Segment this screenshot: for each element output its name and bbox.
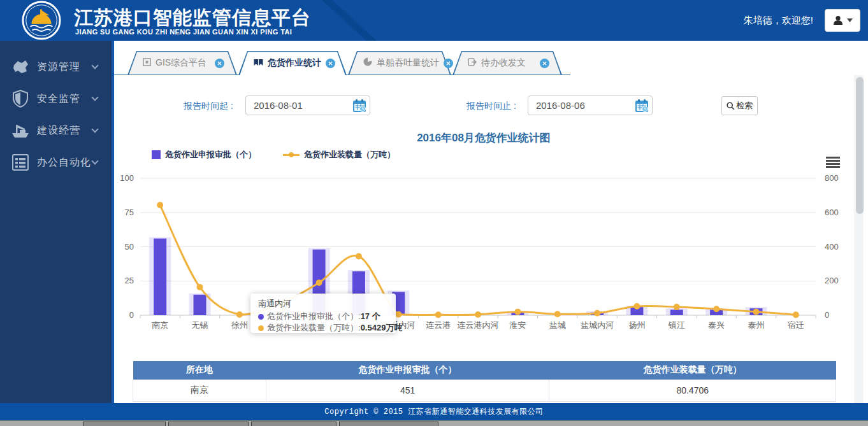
chart-tooltip: 南通内河 危货作业申报审批（个）: 17 个 危货作业装载量（万吨）: 0.54…	[250, 294, 396, 333]
report-end-datebox	[528, 96, 653, 115]
search-button-label: 检索	[736, 100, 753, 111]
line-point[interactable]	[475, 311, 481, 318]
line-point[interactable]	[356, 253, 362, 260]
line-point[interactable]	[514, 309, 521, 315]
search-button[interactable]: 检索	[721, 96, 758, 115]
list-icon	[10, 153, 31, 172]
scrollbar-thumb[interactable]	[856, 77, 864, 214]
chart-canvas[interactable]: 02550751000200400600800南京无锡徐州常州苏州南通南通内河连…	[114, 153, 853, 337]
close-icon[interactable]	[444, 59, 453, 68]
table-header-row: 所在地 危货作业申报审批（个） 危货作业装载量（万吨）	[133, 361, 836, 380]
close-icon[interactable]	[326, 59, 335, 68]
calendar-icon[interactable]	[635, 99, 649, 113]
x-axis-label: 盐城	[549, 320, 566, 330]
left-axis-tick-label: 25	[125, 276, 134, 285]
line-point[interactable]	[753, 309, 759, 315]
tab-gis-platform[interactable]: GIS综合平台	[127, 51, 237, 75]
sidebar-item-label: 安全监管	[37, 92, 92, 106]
report-start-datebox	[245, 96, 370, 115]
tab-dangerous-goods-stats[interactable]: 危货作业统计	[238, 51, 347, 75]
line-point[interactable]	[633, 303, 640, 309]
gis-icon	[143, 57, 151, 69]
header-diagonal-decoration	[322, 0, 378, 41]
report-end-input[interactable]	[528, 100, 635, 111]
taskbar-button	[251, 422, 336, 426]
chevron-down-icon	[91, 125, 98, 132]
bar[interactable]	[670, 309, 683, 315]
tooltip-label: 危货作业装载量（万吨）	[267, 322, 358, 334]
close-icon[interactable]	[540, 59, 549, 68]
x-axis-label: 徐州	[231, 320, 248, 330]
report-start-input[interactable]	[246, 100, 352, 111]
tooltip-label: 危货作业申报审批（个）	[267, 311, 358, 322]
col-header-tonnage: 危货作业装载量（万吨）	[549, 361, 836, 380]
line-point[interactable]	[554, 311, 561, 317]
chevron-down-icon	[91, 157, 98, 164]
x-axis-label: 连云港内河	[458, 320, 499, 330]
line-point[interactable]	[197, 284, 203, 290]
line-point[interactable]	[395, 311, 401, 318]
sidebar-item-label: 资源管理	[37, 60, 92, 74]
tooltip-value: 17 个	[361, 311, 380, 322]
page-title: 江苏港口智能监管信息平台	[74, 5, 311, 31]
right-axis-tick-label: 400	[825, 242, 839, 252]
cell-approvals: 451	[266, 380, 549, 401]
x-axis-label: 无锡	[192, 320, 208, 330]
bar[interactable]	[194, 295, 206, 315]
tooltip-row: 危货作业申报审批（个）: 17 个	[258, 311, 388, 322]
chevron-down-icon	[91, 62, 98, 69]
close-icon[interactable]	[215, 59, 224, 68]
x-axis-label: 南京	[152, 320, 168, 330]
bar[interactable]	[154, 239, 166, 315]
line-point[interactable]	[316, 280, 322, 286]
x-axis-label: 镇江	[668, 320, 685, 330]
user-menu-button[interactable]	[825, 9, 860, 32]
x-axis-label: 淮安	[509, 320, 526, 330]
app-logo	[22, 1, 61, 40]
sidebar-item-office-automation[interactable]: 办公自动化	[0, 150, 112, 175]
tab-ship-throughput-stats[interactable]: 单船吞吐量统计	[348, 51, 451, 75]
pie-icon	[363, 57, 372, 69]
table-row: 南京 451 80.4706	[133, 380, 836, 401]
line-point[interactable]	[236, 311, 243, 318]
chevron-down-icon	[91, 94, 98, 101]
cell-tonnage: 80.4706	[549, 380, 836, 401]
tooltip-title: 南通内河	[258, 298, 388, 309]
line-series-dot	[258, 325, 264, 331]
app-header: 江苏港口智能监管信息平台 JIANG SU GANG KOU ZHI NENG …	[0, 0, 868, 41]
sidebar-item-safety-supervision[interactable]: 安全监管	[0, 86, 112, 111]
line-point[interactable]	[594, 310, 600, 316]
report-end-label: 报告时间止 :	[467, 101, 516, 112]
line-point[interactable]	[674, 304, 680, 310]
line-point[interactable]	[793, 311, 799, 318]
scrollbar-track[interactable]	[855, 75, 864, 403]
sidebar-item-resource-management[interactable]: 资源管理	[0, 54, 112, 80]
cell-location: 南京	[133, 380, 266, 401]
x-axis-label: 泰兴	[708, 320, 725, 330]
line-point[interactable]	[435, 311, 442, 318]
footer: Copyright © 2015 江苏省新通智能交通科技发展有限公司	[0, 403, 868, 420]
sidebar-item-construction-operation[interactable]: 建设经营	[0, 118, 112, 143]
col-header-location: 所在地	[133, 361, 266, 380]
x-axis-label: 盐城内河	[581, 320, 614, 330]
right-axis-tick-label: 600	[825, 208, 839, 217]
x-axis-label: 连云港	[426, 320, 451, 330]
calendar-icon[interactable]	[352, 99, 366, 113]
sidebar-divider	[112, 41, 114, 403]
line-point[interactable]	[713, 306, 720, 312]
chart-title: 2016年08月危货作业统计图	[114, 131, 853, 145]
x-axis-label: 宿迁	[788, 320, 804, 330]
x-axis-label: 扬州	[628, 320, 645, 330]
right-axis-tick-label: 200	[825, 276, 839, 285]
search-icon	[727, 102, 735, 110]
left-axis-tick-label: 75	[125, 208, 134, 217]
tab-label: 待办收发文	[481, 57, 535, 69]
doc-export-icon	[468, 57, 477, 69]
tab-pending-documents[interactable]: 待办收发文	[452, 51, 562, 75]
map-icon	[10, 57, 31, 76]
sidebar-item-label: 建设经营	[37, 124, 92, 138]
tooltip-value: 0.5429万吨	[361, 322, 403, 334]
right-axis-tick-label: 800	[825, 173, 839, 183]
user-icon	[832, 15, 844, 26]
line-point[interactable]	[157, 202, 163, 208]
